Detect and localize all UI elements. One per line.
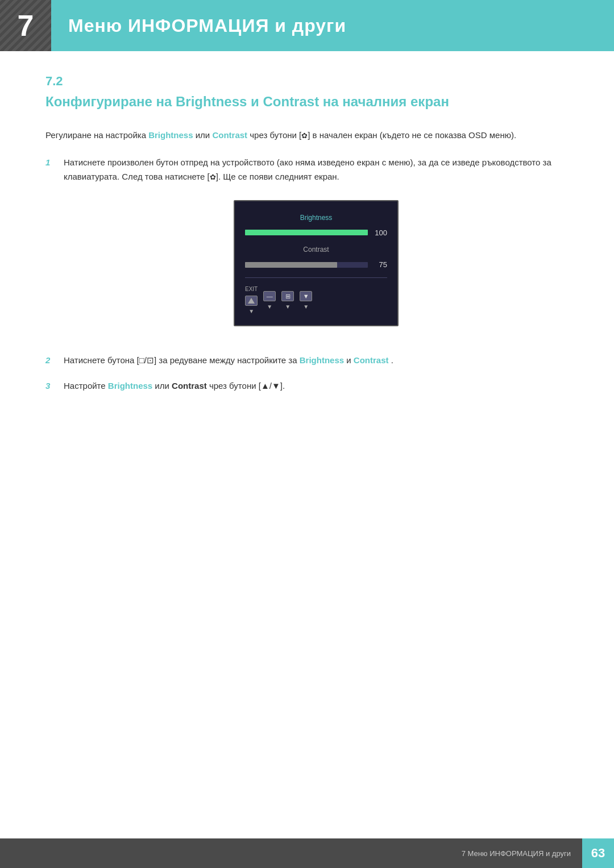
step-1-content: Натиснете произволен бутон отпред на уст…	[64, 156, 569, 342]
btn3-area: ▼ ▼	[300, 290, 312, 312]
btn3-arrow: ▼	[303, 302, 309, 312]
contrast-bar-container: 75	[245, 259, 387, 271]
section-heading: 7.2 Конфигуриране на Brightness и Contra…	[45, 74, 569, 111]
contrast-bold-2: Contrast	[354, 355, 389, 365]
step-1: 1 Натиснете произволен бутон отпред на у…	[45, 156, 569, 342]
brightness-bar-track	[245, 230, 368, 235]
exit-area: EXIT ▼	[245, 285, 258, 316]
step-2-text: Натиснете бутона [□/⊡] за редуване между…	[64, 355, 393, 365]
exit-arrow: ▼	[248, 307, 254, 317]
brightness-bold: Brightness	[148, 130, 193, 140]
brightness-bar-container: 100	[245, 227, 387, 239]
contrast-label: Contrast	[245, 244, 387, 256]
chapter-title-bar: Меню ИНФОРМАЦИЯ и други	[51, 0, 614, 51]
body-paragraph: Регулиране на настройка Brightness или C…	[45, 128, 569, 143]
contrast-bold: Contrast	[212, 130, 247, 140]
contrast-row: Contrast 75	[245, 244, 387, 271]
screen-buttons-row: EXIT ▼ —	[245, 284, 387, 316]
brightness-row: Brightness 100	[245, 213, 387, 239]
chapter-number: 7	[18, 9, 34, 43]
contrast-bold-3: Contrast	[172, 381, 207, 391]
contrast-bar-fill	[245, 262, 337, 268]
btn1-symbol: —	[267, 291, 273, 301]
step-3-text: Настройте Brightness или Contrast чрез б…	[64, 381, 285, 391]
page-footer: 7 Меню ИНФОРМАЦИЯ и други 63	[0, 838, 614, 868]
brightness-bold-3: Brightness	[108, 381, 152, 391]
brightness-bar-fill	[245, 230, 368, 235]
step-1-text: Натиснете произволен бутон отпред на уст…	[64, 157, 551, 181]
brightness-label: Brightness	[245, 213, 387, 224]
screen-mockup: Brightness 100 Contrast	[234, 200, 399, 326]
svg-marker-0	[248, 298, 255, 304]
btn2-area: ⊞ ▼	[281, 290, 294, 312]
page-header: 7 Меню ИНФОРМАЦИЯ и други	[0, 0, 614, 51]
steps-list: 1 Натиснете произволен бутон отпред на у…	[45, 156, 569, 393]
btn1-icon: —	[263, 291, 276, 301]
step-3: 3 Настройте Brightness или Contrast чрез…	[45, 379, 569, 393]
btn2-icon: ⊞	[281, 291, 294, 301]
footer-page-number: 63	[582, 838, 614, 868]
chapter-number-block: 7	[0, 0, 51, 51]
btn3-symbol: ▼	[303, 291, 309, 301]
section-number: 7.2	[45, 74, 569, 89]
brightness-value: 100	[372, 227, 387, 239]
contrast-value: 75	[372, 259, 387, 271]
btn1-area: — ▼	[263, 290, 276, 312]
step-2-content: Натиснете бутона [□/⊡] за редуване между…	[64, 354, 569, 368]
exit-icon	[245, 296, 258, 306]
exit-label: EXIT	[245, 285, 258, 294]
contrast-bar-track	[245, 262, 368, 268]
footer-text: 7 Меню ИНФОРМАЦИЯ и други	[462, 849, 582, 858]
btn3-icon: ▼	[300, 291, 312, 301]
screen-mockup-wrapper: Brightness 100 Contrast	[64, 200, 569, 326]
section-title: Конфигуриране на Brightness и Contrast н…	[45, 92, 569, 111]
step-2: 2 Натиснете бутона [□/⊡] за редуване меж…	[45, 354, 569, 368]
btn2-arrow: ▼	[285, 302, 291, 312]
step-3-content: Настройте Brightness или Contrast чрез б…	[64, 379, 569, 393]
step-2-number: 2	[45, 354, 57, 368]
brightness-bold-2: Brightness	[300, 355, 344, 365]
chapter-title: Меню ИНФОРМАЦИЯ и други	[68, 15, 346, 36]
main-content: 7.2 Конфигуриране на Brightness и Contra…	[0, 74, 614, 462]
step-3-number: 3	[45, 379, 57, 393]
btn2-symbol: ⊞	[285, 291, 291, 301]
screen-divider	[245, 277, 387, 278]
step-1-number: 1	[45, 156, 57, 342]
btn1-arrow: ▼	[267, 302, 272, 312]
